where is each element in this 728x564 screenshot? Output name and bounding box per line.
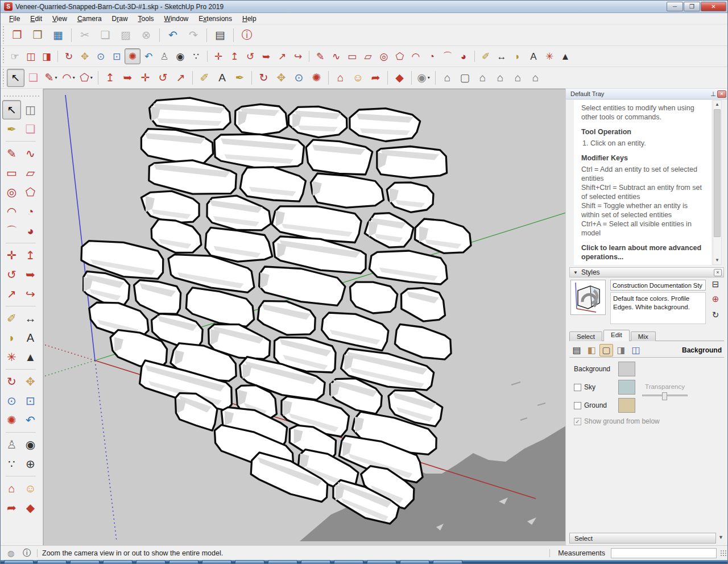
pan-icon[interactable]: ✥ (77, 48, 93, 64)
rectangle-icon[interactable]: ▭ (344, 48, 360, 64)
push-pull-icon[interactable]: ↥ (101, 69, 119, 87)
tab-select[interactable]: Select (569, 331, 602, 341)
orbit-icon[interactable]: ↻ (61, 48, 77, 64)
component-sampler-icon[interactable]: ◫ (23, 48, 39, 64)
zoom-window-icon[interactable]: ⊡ (109, 48, 125, 64)
close-button[interactable]: ✕ (701, 2, 726, 11)
eraser-icon[interactable]: ❑ (24, 69, 42, 87)
scroll-down-icon[interactable]: ▼ (713, 256, 721, 264)
resize-grip[interactable] (720, 550, 727, 557)
zoom-icon[interactable]: ⊙ (93, 48, 109, 64)
pan-icon[interactable]: ✥ (21, 372, 40, 391)
tape-measure-icon[interactable]: ✐ (478, 48, 494, 64)
zoom-extents-icon[interactable]: ✺ (2, 410, 21, 430)
pan-icon[interactable]: ✥ (272, 69, 290, 87)
zoom-extents-icon[interactable]: ✺ (308, 69, 325, 87)
tab-edit[interactable]: Edit (603, 330, 630, 341)
geolocation-icon[interactable]: ◍ (5, 549, 16, 558)
taskbar-button[interactable] (334, 560, 363, 564)
taskbar-button[interactable] (169, 560, 198, 564)
move-icon[interactable]: ✛ (136, 69, 154, 87)
model-info-icon[interactable]: ⓘ (237, 26, 257, 44)
pie-icon[interactable]: ◕ (21, 221, 40, 240)
taskbar-button[interactable] (268, 560, 297, 564)
axes-icon[interactable]: ✳ (2, 347, 21, 367)
three-point-arc-icon[interactable]: ⌒ (440, 48, 456, 64)
circle-icon[interactable]: ◎ (2, 183, 21, 202)
extension-warehouse-icon[interactable]: ☺ (21, 479, 40, 498)
menu-help[interactable]: Help (237, 14, 262, 24)
menu-edit[interactable]: Edit (25, 14, 47, 24)
arc-icon[interactable]: ◠ (2, 202, 21, 221)
menu-extensions[interactable]: Extensions (193, 14, 237, 24)
tape-measure-icon[interactable]: ✐ (196, 69, 213, 87)
windows-taskbar[interactable] (1, 560, 728, 564)
secondary-pane-toggle-icon[interactable]: ⊟ (709, 279, 722, 290)
rotate-icon[interactable]: ↺ (154, 69, 172, 87)
menu-view[interactable]: View (47, 14, 72, 24)
protractor-icon[interactable]: ◗ (2, 328, 21, 347)
arcs-icon[interactable]: ◠▾ (60, 69, 77, 87)
line-icon[interactable]: ✎▾ (42, 69, 60, 87)
taskbar-button[interactable] (433, 560, 462, 564)
measurements-input[interactable] (611, 548, 717, 558)
3d-warehouse-icon[interactable]: ⌂ (332, 69, 349, 87)
undo-icon[interactable]: ↶ (163, 26, 183, 44)
sky-checkbox[interactable] (574, 384, 581, 391)
polygon-icon[interactable]: ⬠ (392, 48, 408, 64)
orbit-icon[interactable]: ↻ (2, 372, 21, 391)
rotate-icon[interactable]: ↺ (2, 265, 21, 284)
move-icon[interactable]: ✛ (210, 48, 226, 64)
two-point-arc-icon[interactable]: ◔ (21, 202, 40, 221)
menu-camera[interactable]: Camera (72, 14, 107, 24)
edge-settings-icon[interactable]: ▤ (570, 344, 584, 356)
scale-icon[interactable]: ↗ (172, 69, 189, 87)
position-camera-icon[interactable]: ♙ (156, 48, 172, 64)
dimension-icon[interactable]: ↔ (21, 309, 40, 328)
send-to-layout-icon[interactable]: ➦ (2, 498, 21, 517)
update-style-icon[interactable]: ↻ (709, 309, 722, 321)
polygon-icon[interactable]: ⬠ (21, 183, 40, 202)
rotated-rectangle-icon[interactable]: ▱ (21, 163, 40, 183)
look-around-icon[interactable]: ◉ (21, 435, 40, 454)
model-canvas[interactable] (44, 89, 566, 546)
slider-thumb[interactable] (662, 392, 667, 400)
toolbar-handle[interactable] (4, 94, 39, 98)
arc-icon[interactable]: ◕ (456, 48, 471, 64)
zoom-extents-icon[interactable]: ✺ (125, 48, 140, 64)
toolbar-handle[interactable] (2, 48, 6, 65)
previous-view-icon[interactable]: ↶ (21, 410, 40, 430)
push-pull-icon[interactable]: ↥ (226, 48, 242, 64)
follow-me-icon[interactable]: ➥ (21, 265, 40, 284)
pie-icon[interactable]: ◔ (424, 48, 440, 64)
text-icon[interactable]: A (21, 328, 40, 347)
push-pull-icon[interactable]: ↥ (21, 246, 40, 265)
show-ground-checkbox[interactable]: ✓ (574, 418, 581, 425)
zoom-icon[interactable]: ⊙ (290, 69, 308, 87)
tray-close-icon[interactable]: × (717, 90, 726, 98)
scroll-up-icon[interactable]: ▲ (713, 101, 721, 109)
field-of-view-icon[interactable]: ⊕ (21, 454, 40, 474)
taskbar-button[interactable] (70, 560, 100, 564)
taskbar-button[interactable] (37, 560, 67, 564)
offset-icon[interactable]: ↪ (290, 48, 306, 64)
ground-checkbox[interactable] (574, 402, 581, 409)
menu-window[interactable]: Window (159, 14, 194, 24)
transparency-slider[interactable] (642, 395, 688, 396)
select-bar-arrow-icon[interactable]: ▼ (718, 534, 723, 540)
style-thumbnail[interactable] (570, 280, 606, 315)
shapes-icon[interactable]: ⬠▾ (77, 69, 95, 87)
line-icon[interactable]: ✎ (312, 48, 328, 64)
rectangle-icon[interactable]: ▭ (2, 163, 21, 183)
menu-tools[interactable]: Tools (133, 14, 159, 24)
menu-file[interactable]: File (4, 14, 25, 24)
face-settings-icon[interactable]: ◧ (585, 344, 598, 356)
text-icon[interactable]: A (526, 48, 541, 64)
extension-manager-icon[interactable]: ◆ (21, 498, 40, 517)
toolbar-handle[interactable] (2, 69, 6, 86)
taskbar-button[interactable] (235, 560, 264, 564)
freehand-icon[interactable]: ∿ (21, 144, 40, 163)
three-point-arc-icon[interactable]: ⌒ (2, 221, 21, 240)
paint-bucket-icon[interactable]: ✒ (231, 69, 249, 87)
protractor-icon[interactable]: ◗ (510, 48, 526, 64)
